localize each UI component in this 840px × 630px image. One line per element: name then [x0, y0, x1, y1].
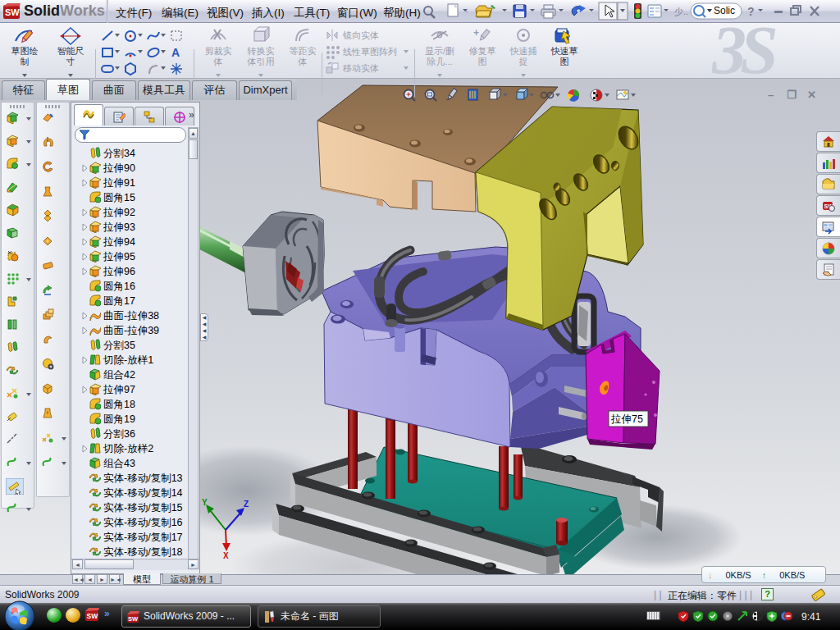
svg-text:少..: 少.. — [674, 7, 688, 16]
svg-text:A: A — [171, 46, 180, 59]
svg-text:Solic: Solic — [714, 5, 735, 16]
svg-text:SW: SW — [87, 612, 99, 620]
svg-text:+: + — [473, 27, 479, 39]
svg-text:Z: Z — [244, 500, 249, 509]
svg-text:拉伸75: 拉伸75 — [610, 413, 643, 425]
svg-text:SW: SW — [5, 7, 20, 17]
svg-text:SW: SW — [128, 615, 139, 623]
svg-text:Y: Y — [202, 498, 208, 507]
svg-text:X: X — [223, 551, 229, 560]
svg-text:?: ? — [747, 5, 755, 18]
